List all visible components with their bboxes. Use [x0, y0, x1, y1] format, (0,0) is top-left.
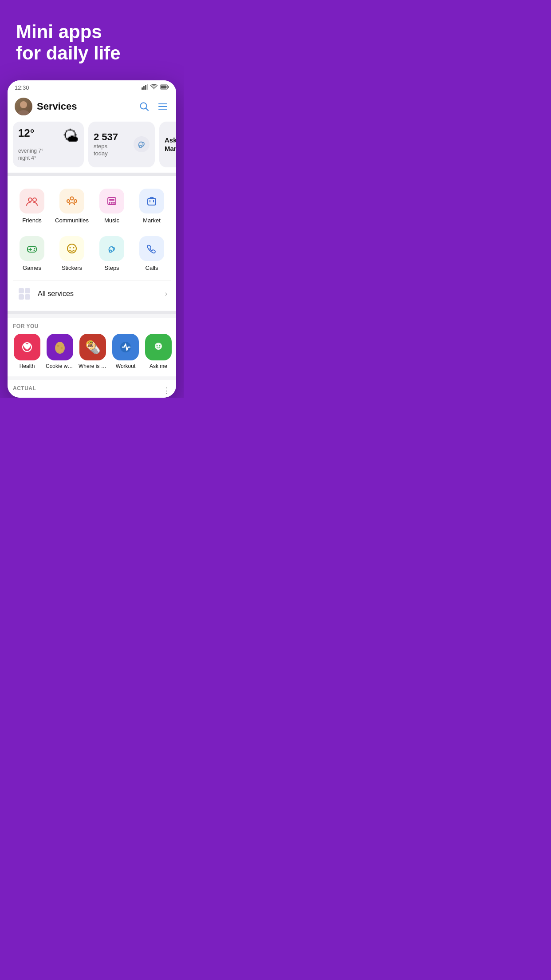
menu-button[interactable]	[157, 100, 169, 113]
svg-point-7	[20, 101, 27, 108]
section-divider-1	[8, 173, 176, 176]
weather-icon: 🌤	[63, 127, 79, 146]
steps-widget[interactable]: 2 537 steps today	[88, 122, 155, 168]
communities-label: Communities	[55, 217, 89, 224]
health-label: Health	[13, 363, 41, 369]
stickers-icon	[59, 236, 84, 261]
stickers-label: Stickers	[62, 265, 82, 271]
ask-widget[interactable]: Ask Marussia	[159, 122, 176, 168]
weather-detail: evening 7° night 4°	[18, 147, 79, 162]
svg-rect-2	[145, 85, 146, 90]
weather-temp: 12°	[18, 127, 34, 139]
steps-count: 2 537	[94, 131, 131, 143]
service-item-communities[interactable]: Communities	[53, 183, 91, 229]
svg-point-47	[159, 345, 161, 347]
askme-label: Ask me	[144, 363, 173, 369]
svg-point-8	[17, 110, 30, 115]
services-grid: Friends Communities	[13, 183, 171, 277]
for-you-section: FOR YOU Health	[8, 318, 176, 376]
steps-label: steps today	[94, 143, 131, 158]
all-services-label: All services	[38, 290, 160, 298]
svg-point-34	[110, 250, 112, 253]
calls-icon	[139, 236, 164, 261]
actual-section: ACTUAL ⋮	[8, 380, 176, 398]
svg-line-10	[146, 108, 149, 111]
svg-point-29	[34, 248, 35, 249]
svg-point-41	[55, 342, 64, 352]
app-item-health[interactable]: Health	[13, 334, 41, 369]
svg-point-23	[113, 202, 115, 204]
market-label: Market	[143, 217, 161, 224]
service-item-market[interactable]: Market	[133, 183, 171, 229]
status-time: 12:30	[15, 84, 29, 91]
for-you-grid: Health Cookie wi… 🌯 W	[13, 334, 171, 373]
svg-point-46	[157, 345, 158, 347]
service-item-music[interactable]: Music	[93, 183, 131, 229]
svg-rect-35	[19, 288, 24, 293]
music-icon	[99, 189, 124, 213]
status-bar: 12:30	[8, 80, 176, 93]
svg-point-21	[109, 202, 110, 204]
page-title: Services	[37, 101, 134, 112]
svg-point-43	[61, 347, 63, 349]
wifi-icon	[150, 84, 157, 91]
svg-rect-38	[25, 294, 30, 300]
app-item-whereis[interactable]: 🌯 Where is t…	[79, 334, 107, 369]
svg-point-16	[33, 198, 36, 202]
svg-rect-5	[161, 85, 167, 88]
actual-label: ACTUAL	[13, 385, 36, 391]
phone-mockup: 12:30	[8, 80, 176, 398]
whereis-label: Where is t…	[79, 363, 107, 369]
search-button[interactable]	[138, 100, 150, 113]
svg-rect-6	[168, 86, 169, 88]
svg-rect-25	[148, 198, 156, 205]
service-item-stickers[interactable]: Stickers	[53, 231, 91, 277]
health-icon	[14, 334, 40, 360]
svg-rect-37	[19, 294, 24, 300]
steps-icon	[134, 136, 150, 152]
svg-point-30	[34, 250, 35, 251]
svg-point-18	[67, 200, 70, 202]
more-options-icon[interactable]: ⋮	[163, 386, 171, 395]
workout-icon	[112, 334, 139, 360]
signal-icon	[142, 84, 148, 91]
games-icon	[20, 236, 44, 261]
chevron-right-icon: ›	[165, 290, 167, 298]
svg-point-19	[74, 200, 77, 202]
friends-label: Friends	[22, 217, 41, 224]
games-label: Games	[23, 265, 41, 271]
section-divider-2	[8, 311, 176, 314]
ask-text: Ask Marussia	[165, 136, 176, 153]
app-item-cookie[interactable]: Cookie wi…	[46, 334, 74, 369]
music-label: Music	[104, 217, 119, 224]
svg-point-33	[73, 247, 75, 249]
steps-service-icon	[99, 236, 124, 261]
service-item-games[interactable]: Games	[13, 231, 51, 277]
all-services-icon	[16, 286, 32, 302]
svg-rect-24	[109, 199, 114, 201]
app-item-askme[interactable]: Ask me	[144, 334, 173, 369]
market-icon	[139, 189, 164, 213]
calls-label: Calls	[146, 265, 158, 271]
svg-rect-36	[25, 288, 30, 293]
header-actions	[138, 100, 169, 113]
service-item-friends[interactable]: Friends	[13, 183, 51, 229]
app-item-workout[interactable]: Workout	[111, 334, 140, 369]
service-item-steps[interactable]: Steps	[93, 231, 131, 277]
svg-point-17	[71, 197, 74, 200]
svg-point-42	[57, 345, 59, 347]
avatar[interactable]	[15, 98, 32, 115]
svg-rect-1	[143, 86, 145, 90]
svg-rect-0	[142, 87, 143, 90]
steps-info: 2 537 steps today	[94, 131, 131, 158]
workout-label: Workout	[111, 363, 140, 369]
hero-title: Mini apps for daily life	[16, 21, 168, 64]
cookie-label: Cookie wi…	[46, 363, 74, 369]
service-item-calls[interactable]: Calls	[133, 231, 171, 277]
svg-rect-3	[147, 84, 148, 90]
whereis-icon: 🌯	[79, 334, 106, 360]
all-services-row[interactable]: All services ›	[13, 280, 171, 307]
hero-section: Mini apps for daily life	[0, 0, 184, 80]
weather-widget[interactable]: 12° 🌤 evening 7° night 4°	[13, 122, 84, 168]
askme-icon	[145, 334, 172, 360]
